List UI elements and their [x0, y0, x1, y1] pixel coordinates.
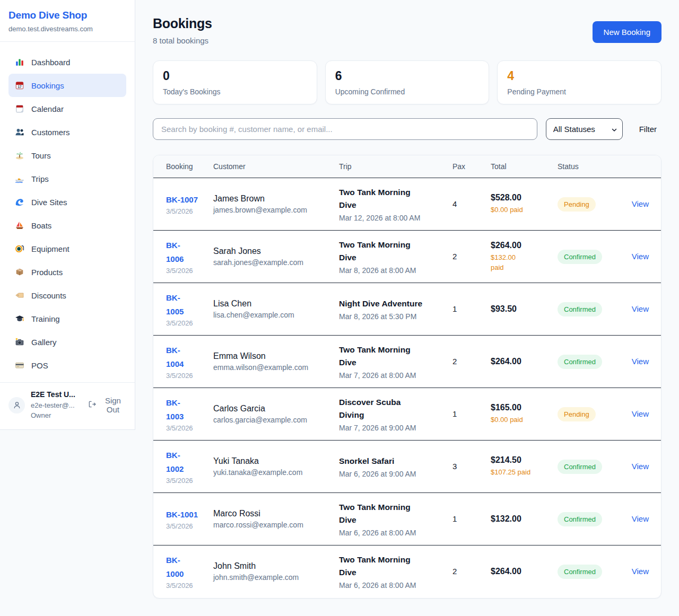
booking-id-link[interactable]: BK- 1002: [166, 451, 184, 473]
sidebar-item-training[interactable]: Training: [8, 307, 126, 330]
sidebar-item-products[interactable]: Products: [8, 260, 126, 284]
booking-cell: BK- 1002 3/5/2026: [153, 441, 213, 493]
actions-cell: View: [622, 493, 661, 545]
pax-cell: 3: [452, 441, 491, 493]
view-link[interactable]: View: [632, 199, 649, 208]
sailboat-icon: [15, 221, 24, 230]
trip-cell: Snorkel Safari Mar 6, 2026 at 9:00 AM: [339, 441, 452, 493]
pax-count: 2: [452, 357, 457, 366]
trip-name: Two Tank Morning Dive: [339, 186, 445, 212]
booking-id-link[interactable]: BK- 1004: [166, 346, 184, 368]
view-link[interactable]: View: [632, 514, 649, 523]
status-cell: Confirmed: [558, 545, 622, 598]
pax-cell: 4: [452, 178, 491, 231]
customer-name: Sarah Jones: [213, 247, 332, 256]
sign-out-icon: [88, 400, 96, 410]
sidebar-item-equipment[interactable]: Equipment: [8, 237, 126, 260]
bookings-calendar-icon: 17: [15, 81, 24, 90]
filter-button[interactable]: Filter: [639, 125, 657, 134]
view-link[interactable]: View: [632, 567, 649, 576]
customer-name: Emma Wilson: [213, 351, 332, 361]
actions-cell: View: [622, 388, 661, 441]
view-link[interactable]: View: [632, 252, 649, 261]
sidebar-item-label: Trips: [31, 174, 49, 183]
graduation-cap-icon: [15, 314, 24, 323]
sidebar-item-label: Dive Sites: [31, 198, 67, 207]
page-subtitle: 8 total bookings: [153, 36, 212, 45]
table-row: BK-1001 3/5/2026 Marco Rossi marco.rossi…: [153, 493, 661, 545]
status-select-wrap: All Statuses: [546, 118, 623, 140]
booking-date: 3/5/2026: [166, 207, 206, 215]
trip-name: Night Dive Adventure: [339, 297, 445, 310]
trip-cell: Two Tank Morning Dive Mar 6, 2026 at 8:0…: [339, 545, 452, 598]
sidebar-item-label: Calendar: [31, 104, 64, 113]
calendar-icon: [15, 104, 24, 113]
customer-name: Carlos Garcia: [213, 404, 332, 413]
sidebar-item-boats[interactable]: Boats: [8, 214, 126, 237]
trip-datetime: Mar 6, 2026 at 8:00 AM: [339, 529, 445, 537]
sidebar-item-label: Tours: [31, 151, 51, 160]
pax-cell: 1: [452, 493, 491, 545]
sidebar-item-bookings[interactable]: 17 Bookings: [8, 74, 126, 97]
total-amount: $264.00: [491, 567, 550, 576]
status-cell: Confirmed: [558, 283, 622, 336]
view-link[interactable]: View: [632, 357, 649, 366]
sidebar-item-customers[interactable]: Customers: [8, 120, 126, 144]
view-link[interactable]: View: [632, 304, 649, 313]
column-booking: Booking: [153, 155, 213, 178]
bookings-table-card: Booking Customer Trip Pax Total Status B…: [153, 155, 661, 599]
sidebar-item-calendar[interactable]: Calendar: [8, 97, 126, 120]
table-row: BK-1007 3/5/2026 James Brown james.brown…: [153, 178, 661, 231]
booking-date: 3/5/2026: [166, 319, 206, 327]
main-content: Bookings 8 total bookings New Booking 0 …: [136, 0, 679, 616]
sidebar-item-label: Customers: [31, 128, 70, 137]
actions-cell: View: [622, 283, 661, 336]
trip-cell: Two Tank Morning Dive Mar 8, 2026 at 8:0…: [339, 231, 452, 283]
booking-id-link[interactable]: BK- 1005: [166, 293, 184, 316]
speedboat-icon: [15, 174, 24, 183]
trip-cell: Night Dive Adventure Mar 8, 2026 at 5:30…: [339, 283, 452, 336]
sidebar-item-pos[interactable]: POS: [8, 354, 126, 377]
amount-paid: $0.00 paid: [491, 205, 550, 215]
booking-id-link[interactable]: BK- 1000: [166, 556, 184, 578]
total-cell: $264.00: [491, 336, 558, 388]
status-cell: Confirmed: [558, 336, 622, 388]
status-select[interactable]: All Statuses: [546, 118, 623, 140]
new-booking-button[interactable]: New Booking: [593, 21, 661, 43]
stat-cards: 0 Today's Bookings 6 Upcoming Confirmed …: [153, 60, 661, 104]
sidebar-item-trips[interactable]: Trips: [8, 167, 126, 190]
booking-id-link[interactable]: BK-1007: [166, 195, 198, 204]
filter-row: All Statuses Filter: [153, 118, 661, 140]
view-link[interactable]: View: [632, 462, 649, 471]
pax-cell: 1: [452, 388, 491, 441]
sign-out-button[interactable]: Sign Out: [88, 396, 126, 414]
booking-id-link[interactable]: BK- 1003: [166, 398, 184, 421]
sidebar-item-gallery[interactable]: Gallery: [8, 330, 126, 354]
customer-cell: Carlos Garcia carlos.garcia@example.com: [213, 388, 339, 441]
booking-id-link[interactable]: BK- 1006: [166, 241, 184, 263]
sidebar-item-tours[interactable]: Tours: [8, 144, 126, 167]
booking-id-link[interactable]: BK-1001: [166, 510, 198, 519]
customer-cell: John Smith john.smith@example.com: [213, 545, 339, 598]
trip-datetime: Mar 7, 2026 at 9:00 AM: [339, 424, 445, 432]
customer-cell: Yuki Tanaka yuki.tanaka@example.com: [213, 441, 339, 493]
person-icon: [13, 401, 21, 409]
wave-icon: [15, 197, 24, 207]
bookings-table: Booking Customer Trip Pax Total Status B…: [153, 155, 661, 598]
sidebar-item-discounts[interactable]: Discounts: [8, 284, 126, 307]
column-actions: [622, 155, 661, 178]
view-link[interactable]: View: [632, 409, 649, 418]
total-cell: $528.00 $0.00 paid: [491, 178, 558, 231]
sidebar-item-label: Training: [31, 314, 60, 323]
total-amount: $132.00: [491, 514, 550, 524]
booking-cell: BK- 1003 3/5/2026: [153, 388, 213, 441]
search-input[interactable]: [153, 118, 537, 140]
customer-cell: James Brown james.brown@example.com: [213, 178, 339, 231]
status-badge: Pending: [558, 197, 596, 212]
total-cell: $214.50 $107.25 paid: [491, 441, 558, 493]
trip-cell: Two Tank Morning Dive Mar 12, 2026 at 8:…: [339, 178, 452, 231]
sidebar-item-dashboard[interactable]: Dashboard: [8, 50, 126, 74]
sidebar-item-dive-sites[interactable]: Dive Sites: [8, 190, 126, 214]
trip-datetime: Mar 8, 2026 at 8:00 AM: [339, 266, 445, 275]
status-badge: Confirmed: [558, 355, 602, 369]
